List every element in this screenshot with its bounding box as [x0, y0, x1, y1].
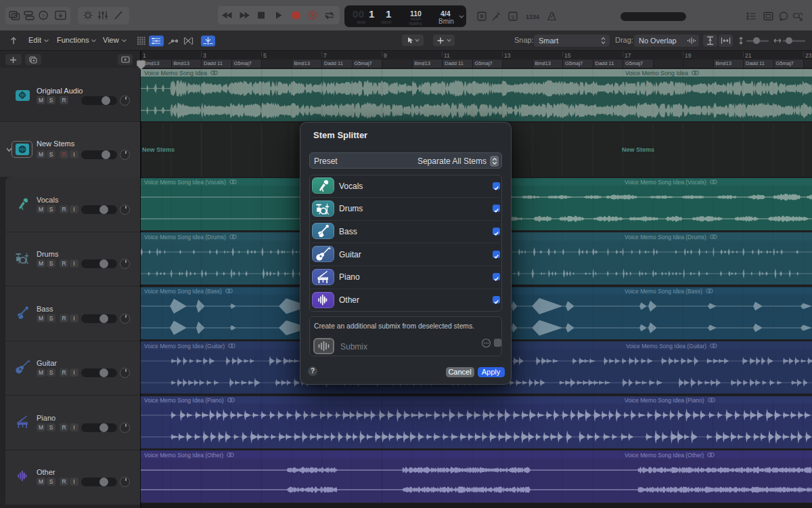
- svg-text:S: S: [511, 14, 514, 20]
- svg-text:1234: 1234: [526, 14, 539, 20]
- svg-text:?: ?: [42, 13, 45, 19]
